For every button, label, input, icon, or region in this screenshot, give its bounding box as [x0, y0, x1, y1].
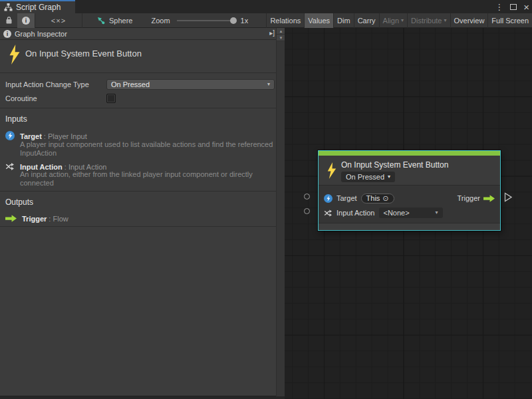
inspector-scrollbar[interactable]: ▲ ▼ [276, 28, 285, 396]
node-output-flow-port[interactable] [504, 192, 513, 202]
event-header: On Input System Event Button [0, 40, 276, 73]
separator [0, 226, 276, 227]
separator [0, 191, 276, 192]
node-row-target: Target This ⊙ Trigger [324, 191, 495, 205]
chevron-down-icon: ▾ [388, 174, 390, 180]
node-input-port-input-action[interactable] [304, 208, 310, 214]
node-footer [319, 223, 500, 230]
node-row-input-action: Input Action <None> ▾ [324, 205, 495, 220]
zoom-slider[interactable] [177, 20, 235, 21]
tab-title: Script Graph [16, 3, 61, 12]
lock-icon [5, 16, 13, 25]
distribute-dropdown-button[interactable]: Distribute ▾ [407, 13, 450, 28]
trigger-output: Trigger [458, 194, 495, 203]
chevron-down-icon: ▾ [435, 210, 438, 215]
coroutine-checkbox[interactable] [106, 94, 116, 103]
zoom-label: Zoom [151, 17, 170, 25]
code-view-button[interactable]: <×> [35, 13, 82, 28]
node-input-port-target[interactable] [304, 194, 310, 200]
node-body: Target This ⊙ Trigger [319, 186, 500, 223]
output-port-trigger: Trigger : Flow [5, 212, 68, 224]
dim-button[interactable]: Dim [333, 13, 354, 28]
window-controls: ⋮ × [495, 0, 529, 13]
input-action-dropdown[interactable]: <None> ▾ [379, 207, 443, 218]
graph-hierarchy-icon [4, 3, 13, 11]
player-input-icon [324, 194, 332, 203]
target-object-picker[interactable]: This ⊙ [361, 194, 394, 203]
trigger-arrow-icon [483, 194, 495, 203]
chevron-down-icon: ▾ [267, 82, 270, 87]
tab-script-graph[interactable]: Script Graph [0, 0, 75, 13]
object-picker-icon: ⊙ [382, 194, 388, 203]
dock-panel-icon[interactable]: ▸] [269, 29, 275, 37]
info-icon: i [22, 17, 30, 25]
window-menu-icon[interactable]: ⋮ [495, 3, 503, 11]
code-icon: <×> [51, 17, 66, 25]
lock-button[interactable] [0, 13, 17, 28]
overview-button[interactable]: Overview [450, 13, 488, 28]
outputs-heading: Outputs [5, 198, 33, 207]
separator [0, 108, 276, 108]
values-button[interactable]: Values [304, 13, 333, 28]
graph-toolbar: i <×> Sphere Zoom 1x Relations [0, 13, 532, 28]
relations-button[interactable]: Relations [266, 13, 304, 28]
graph-canvas[interactable]: On Input System Event Button On Pressed … [285, 28, 532, 399]
event-bolt-icon [327, 162, 337, 179]
inputs-heading: Inputs [5, 114, 27, 124]
info-icon: i [3, 30, 11, 38]
align-dropdown-button[interactable]: Align ▾ [379, 13, 407, 28]
port-description: A player input component used to list av… [20, 140, 274, 157]
input-action-icon [5, 162, 15, 171]
graph-reference[interactable]: Sphere [97, 17, 132, 25]
carry-button[interactable]: Carry [354, 13, 379, 28]
window-maximize-icon[interactable] [510, 4, 517, 10]
port-description: An input action, either from the linked … [20, 170, 274, 187]
trigger-arrow-icon [5, 214, 17, 223]
toolbar-separator [82, 13, 82, 28]
inspector-toggle-button[interactable]: i [17, 13, 35, 28]
titlebar: Script Graph ⋮ × [0, 0, 532, 13]
input-action-icon [324, 209, 332, 217]
full-screen-button[interactable]: Full Screen [487, 13, 532, 28]
node-color-bar [319, 151, 500, 156]
graph-inspector-panel: i Graph Inspector ▸] On Input System Eve… [0, 28, 285, 396]
event-node[interactable]: On Input System Event Button On Pressed … [318, 150, 501, 231]
window-close-icon[interactable]: × [523, 2, 529, 12]
event-title: On Input System Event Button [25, 49, 142, 59]
zoom-slider-handle[interactable] [230, 17, 237, 24]
change-type-dropdown[interactable]: On Pressed ▾ [106, 79, 275, 90]
node-mode-dropdown[interactable]: On Pressed ▾ [341, 172, 395, 182]
script-graph-asset-icon [97, 17, 105, 25]
trigger-port-label: Trigger [458, 194, 480, 202]
graph-inspector-header: i Graph Inspector ▸] [0, 28, 276, 40]
panel-title: Graph Inspector [15, 30, 67, 38]
event-bolt-icon [8, 45, 21, 65]
zoom-value: 1x [241, 17, 249, 25]
change-type-label: Input Action Change Type [5, 80, 89, 88]
toolbar-mode-buttons: Relations Values Dim Carry Align ▾ Distr… [266, 13, 532, 28]
player-input-icon [5, 131, 15, 140]
node-header: On Input System Event Button On Pressed … [319, 156, 500, 185]
node-title: On Input System Event Button [341, 160, 448, 170]
coroutine-label: Coroutine [5, 94, 37, 102]
input-action-port-label: Input Action [336, 209, 375, 217]
zoom-control: Zoom 1x [151, 17, 248, 25]
script-graph-window: Script Graph ⋮ × i <×> [0, 0, 532, 399]
chevron-down-icon: ▾ [444, 18, 447, 23]
target-port-label: Target [336, 194, 357, 202]
graph-name-label: Sphere [109, 17, 132, 25]
chevron-down-icon: ▾ [401, 18, 404, 23]
